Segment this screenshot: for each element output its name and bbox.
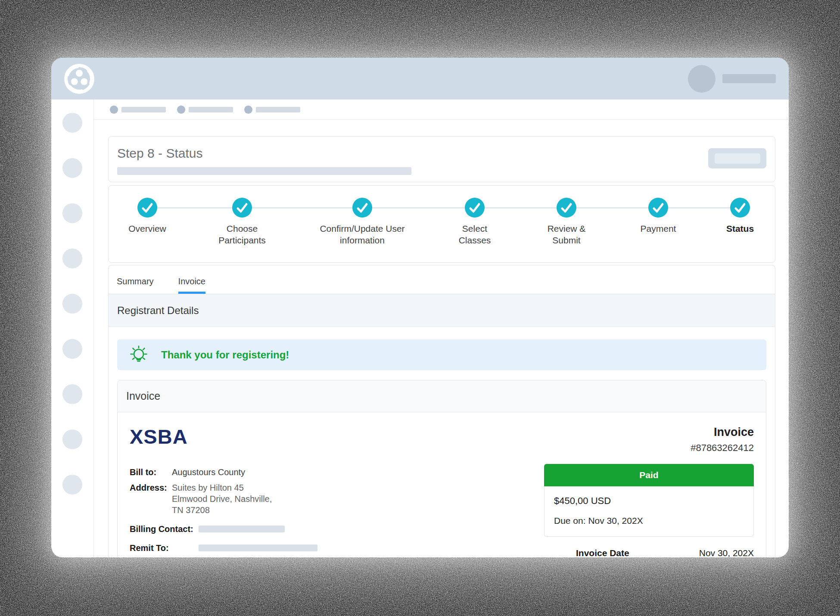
breadcrumb-dot	[244, 106, 252, 114]
user-avatar[interactable]	[688, 65, 716, 93]
sidebar-item-placeholder	[62, 158, 82, 178]
breadcrumb-step	[110, 106, 166, 114]
check-icon	[648, 198, 668, 218]
invoice-date-row: Invoice Date Nov 30, 202X	[544, 548, 754, 557]
remit-to-label: Remit To:	[130, 542, 199, 554]
stepper-step-label: Select Classes	[449, 223, 501, 246]
invoice-number: #87863262412	[544, 442, 754, 454]
stepper-step-label: Status	[706, 223, 775, 234]
action-button-placeholder[interactable]	[708, 148, 766, 168]
amount-value: $450,00 USD	[554, 495, 744, 507]
stepper-step-label: Overview	[113, 223, 182, 234]
stepper-step-confirm-update[interactable]: Confirm/Update User information	[316, 198, 408, 246]
invoice-summary: Invoice #87863262412 Paid $450,00 USD Du…	[544, 425, 754, 557]
breadcrumb-label-placeholder	[189, 107, 233, 112]
status-badge: Paid	[544, 464, 754, 486]
breadcrumb-dot	[110, 106, 118, 114]
tab-bar: Summary Invoice	[109, 265, 775, 294]
app-logo-icon	[64, 64, 94, 94]
stepper-step-status[interactable]: Status	[706, 198, 775, 234]
sidebar-item-placeholder	[62, 339, 82, 359]
status-section: Summary Invoice Registrant Details	[108, 265, 775, 557]
action-button-label-placeholder	[715, 153, 760, 164]
stepper-step-payment[interactable]: Payment	[624, 198, 693, 234]
sidebar-item-placeholder	[62, 203, 82, 223]
stepper-step-select-classes[interactable]: Select Classes	[449, 198, 501, 246]
payment-status-box: Paid $450,00 USD Due on: Nov 30, 202X	[544, 464, 754, 537]
stepper-step-label: Review & Submit	[538, 223, 594, 246]
thank-you-message: Thank you for registering!	[161, 349, 289, 361]
breadcrumb-label-placeholder	[256, 107, 300, 112]
bill-to-value: Augustours County	[172, 467, 245, 478]
remit-to-row: Remit To:	[130, 542, 371, 554]
invoice-date-value: Nov 30, 202X	[699, 548, 754, 557]
invoice-body: XSBA Bill to: Augustours County Address:	[118, 412, 766, 557]
tab-summary[interactable]: Summary	[117, 277, 154, 294]
remit-to-placeholder	[199, 544, 317, 551]
invoice-card-header: Invoice	[118, 380, 766, 412]
address-line: Suites by Hilton 45	[172, 482, 272, 493]
billing-contact-label: Billing Contact:	[130, 523, 199, 535]
thank-you-banner: Thank you for registering!	[117, 339, 766, 370]
breadcrumb-label-placeholder	[121, 107, 166, 112]
step-header-card: Step 8 - Status	[108, 136, 775, 182]
invoice-date-label: Invoice Date	[576, 548, 629, 557]
invoice-card: Invoice XSBA Bill to: Augustours County	[117, 380, 766, 557]
app-window: Step 8 - Status Overview	[51, 58, 789, 557]
address-row: Address: Suites by Hilton 45 Elmwood Dri…	[130, 482, 371, 516]
stepper-step-choose-participants[interactable]: Choose Participants	[212, 198, 272, 246]
bill-to-row: Bill to: Augustours County	[130, 467, 371, 478]
check-icon	[730, 198, 750, 218]
progress-stepper: Overview Choose Participants Confirm/Upd…	[108, 185, 775, 263]
stepper-step-label: Choose Participants	[212, 223, 272, 246]
stepper-step-label: Confirm/Update User information	[316, 223, 408, 246]
subtitle-placeholder	[117, 167, 411, 175]
lightbulb-icon	[129, 345, 149, 365]
breadcrumb-step	[177, 106, 233, 114]
app-header	[51, 58, 789, 100]
breadcrumb-dot	[177, 106, 185, 114]
billing-contact-placeholder	[199, 526, 285, 532]
check-icon	[137, 198, 157, 218]
breadcrumb	[94, 100, 789, 120]
tab-invoice[interactable]: Invoice	[178, 277, 205, 294]
address-line: Elmwood Drive, Nashville,	[172, 493, 272, 504]
registrant-details-heading: Registrant Details	[117, 305, 199, 317]
stepper-step-review-submit[interactable]: Review & Submit	[538, 198, 594, 246]
invoice-card-title: Invoice	[126, 390, 160, 402]
stepper-step-overview[interactable]: Overview	[113, 198, 182, 234]
breadcrumb-step	[244, 106, 300, 114]
sidebar-item-placeholder	[62, 249, 82, 268]
billing-details: Bill to: Augustours County Address: Suit…	[130, 467, 371, 557]
address-label: Address:	[130, 482, 172, 516]
due-date: Due on: Nov 30, 202X	[554, 515, 744, 527]
sidebar-item-placeholder	[62, 475, 82, 495]
sidebar-item-placeholder	[62, 294, 82, 314]
main-area: Step 8 - Status Overview	[94, 100, 789, 557]
sidebar-item-placeholder	[62, 384, 82, 404]
check-icon	[557, 198, 576, 218]
registrant-details-header: Registrant Details	[109, 294, 775, 327]
page-title: Step 8 - Status	[117, 146, 766, 161]
address-line: TN 37208	[172, 504, 272, 516]
invoice-title: Invoice	[544, 425, 754, 439]
bill-to-label: Bill to:	[130, 467, 172, 478]
sidebar-nav	[51, 100, 94, 557]
check-icon	[232, 198, 252, 218]
sidebar-item-placeholder	[62, 113, 82, 133]
billing-contact-row: Billing Contact:	[130, 523, 371, 535]
check-icon	[352, 198, 372, 218]
check-icon	[465, 198, 485, 218]
sidebar-item-placeholder	[62, 429, 82, 449]
payment-amount-box: $450,00 USD Due on: Nov 30, 202X	[544, 486, 754, 537]
stepper-step-label: Payment	[624, 223, 693, 234]
user-name-placeholder	[722, 74, 776, 83]
